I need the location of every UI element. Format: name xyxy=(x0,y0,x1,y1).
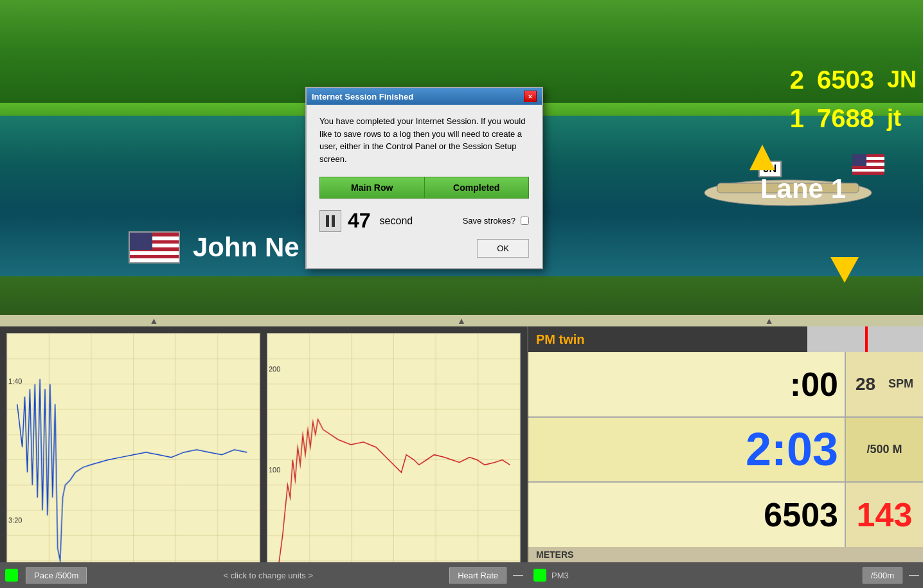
main-row-button[interactable]: Main Row xyxy=(319,177,424,199)
timer-value: 47 xyxy=(348,209,371,233)
pm-metrics-grid: :00 28 SPM 2:03 /500 M 6503 143 xyxy=(528,352,923,547)
ok-area: OK xyxy=(319,239,529,258)
arrow-3: ▲ xyxy=(765,316,774,326)
pm-header: PM twin xyxy=(528,326,923,352)
dialog-titlebar: Internet Session Finished × xyxy=(307,88,542,105)
divider-strip: ▲ ▲ ▲ xyxy=(0,315,923,326)
hud-name-2: jt xyxy=(887,104,901,132)
hud-rank-2: 1 xyxy=(790,103,804,134)
heartrate-graph-container xyxy=(267,333,521,587)
pm-meters-cell: 6503 xyxy=(528,483,845,547)
pm-hr-cell: 143 xyxy=(846,483,923,547)
pm-green-indicator xyxy=(533,569,546,582)
hud-scores: 2 6503 JN 1 7688 jt xyxy=(790,64,923,134)
slash500-button[interactable]: /500m xyxy=(863,567,902,584)
dialog-title: Internet Session Finished xyxy=(312,92,413,102)
bottom-panel: Pace /500m < click to change units > Hea… xyxy=(0,326,923,588)
pm-twin-panel: PM twin :00 28 SPM 2:03 /500 M xyxy=(527,326,923,588)
pm-pace-cell: 2:03 xyxy=(528,418,845,482)
left-green-indicator xyxy=(5,569,18,582)
pm-pace-label-cell: /500 M xyxy=(846,418,923,482)
player-name: John Ne xyxy=(193,232,300,263)
timer-unit: second xyxy=(380,215,413,227)
pm-pace-value: 2:03 xyxy=(746,423,838,476)
pm-dash: — xyxy=(909,569,919,581)
pm-meters-label: METERS xyxy=(536,549,573,560)
internet-session-dialog: Internet Session Finished × You have com… xyxy=(305,87,543,269)
arrow-2: ▲ xyxy=(457,316,466,326)
arrow-1: ▲ xyxy=(149,316,158,326)
dialog-body: You have completed your Internet Session… xyxy=(307,105,542,268)
heartrate-graph-canvas xyxy=(267,334,520,586)
bottom-bar: Pace /500m < click to change units > Hea… xyxy=(0,562,527,588)
pm-time-value: :00 xyxy=(790,365,838,404)
pm-bottom-bar: PM3 /500m — xyxy=(528,562,923,588)
timer-area: 47 second xyxy=(319,209,413,233)
pm-title: PM twin xyxy=(528,332,807,347)
hud-score-1: 6503 xyxy=(817,64,874,95)
pm-time-label-cell: 28 SPM xyxy=(846,352,923,416)
save-strokes-label: Save strokes? xyxy=(463,216,515,226)
dialog-main-buttons: Main Row Completed xyxy=(319,177,529,199)
pm-meters-label-row: METERS xyxy=(528,547,923,562)
ok-button[interactable]: OK xyxy=(477,239,529,258)
pause-icon xyxy=(326,215,335,227)
pm-meters-value: 6503 xyxy=(764,495,838,534)
game-area: 2 6503 JN 1 7688 jt JN Lane 1 John Ne xyxy=(0,0,923,315)
pm-red-line xyxy=(865,326,868,352)
graphs-row xyxy=(6,333,521,587)
hud-rank-1: 2 xyxy=(790,64,804,95)
hud-row-2: 1 7688 jt xyxy=(790,103,917,134)
graphs-area: Pace /500m < click to change units > Hea… xyxy=(0,326,527,588)
hud-row-1: 2 6503 JN xyxy=(790,64,917,95)
pm-pace-label: /500 M xyxy=(866,443,902,456)
pm3-label: PM3 xyxy=(551,571,569,580)
player-flag xyxy=(129,231,180,263)
dialog-message: You have completed your Internet Session… xyxy=(319,115,529,165)
change-units-text[interactable]: < click to change units > xyxy=(89,571,447,580)
hud-score-2: 7688 xyxy=(817,103,874,134)
divider-arrows-row: ▲ ▲ ▲ xyxy=(0,315,923,326)
dialog-bottom-row: 47 second Save strokes? xyxy=(319,209,529,233)
pm-time-cell: :00 xyxy=(528,352,845,416)
right-dash: — xyxy=(513,569,523,581)
player-info: John Ne xyxy=(129,231,300,263)
pace-button[interactable]: Pace /500m xyxy=(26,567,87,584)
heart-rate-button[interactable]: Heart Rate xyxy=(449,567,506,584)
hud-name-1: JN xyxy=(887,66,917,93)
pace-graph-canvas xyxy=(7,334,260,586)
pause-button[interactable] xyxy=(319,210,341,232)
save-strokes-checkbox[interactable] xyxy=(521,217,529,225)
save-strokes-area: Save strokes? xyxy=(463,216,529,226)
dialog-close-button[interactable]: × xyxy=(524,91,537,102)
pm-spm-value: 28 xyxy=(856,374,875,395)
completed-button[interactable]: Completed xyxy=(424,177,530,199)
pm-indicator-bar xyxy=(807,326,923,352)
buoy-bottom xyxy=(830,257,859,283)
pm-spm-label: SPM xyxy=(888,377,913,391)
pm-hr-value: 143 xyxy=(857,495,913,534)
lane-marker: Lane 1 xyxy=(760,174,846,204)
pace-graph-container xyxy=(6,333,260,587)
